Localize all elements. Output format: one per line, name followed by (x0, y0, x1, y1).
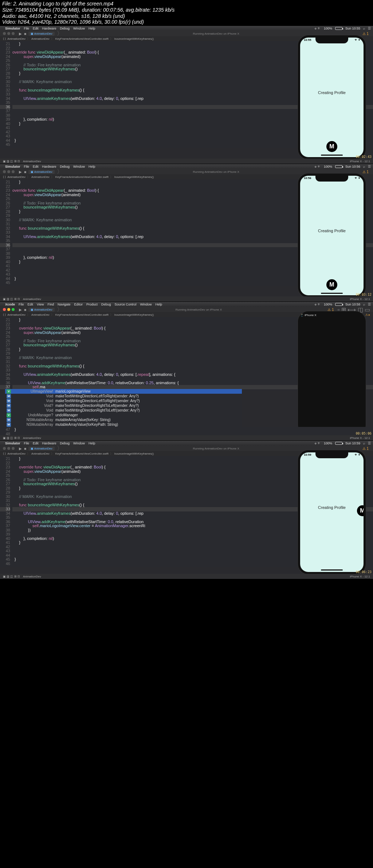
frame-2: Simulator File Edit Hardware Debug Windo… (0, 164, 373, 301)
autocomplete-item[interactable]: MVoid?makeTextWritingDirectionRightToLef… (5, 403, 242, 408)
menubar[interactable]: Simulator File Edit Hardware Debug Windo… (0, 164, 373, 169)
home-indicator[interactable] (321, 155, 343, 156)
autocomplete-item[interactable]: MVoidmakeTextWritingDirectionLeftToRight… (5, 394, 242, 398)
menu-icon[interactable]: ☰ (368, 27, 371, 30)
frame-1: Simulator File Edit Hardware Debug Windo… (0, 26, 373, 164)
run-button[interactable]: ▶ (19, 32, 22, 36)
frame-4: Simulator File Edit Hardware Debug Windo… (0, 440, 373, 579)
stop-button[interactable]: ■ (24, 32, 26, 36)
simulator-phone[interactable]: 10:55ᯤ ▮ Creating Profile M (298, 35, 366, 159)
autocomplete-item[interactable]: MVoidmakeTextWritingDirectionRightToLeft… (5, 408, 242, 413)
autocomplete-item[interactable]: MNSMutableArraymutableArrayValue(forKeyP… (5, 422, 242, 427)
mario-logo: M (326, 279, 337, 290)
autocomplete-item[interactable]: MVoidmakeTextWritingDirectionLeftToRight… (5, 398, 242, 403)
autocomplete-item[interactable]: MNSMutableArraymutableArrayValue(forKey:… (5, 417, 242, 422)
autocomplete-item[interactable]: VUndoManager?undoManager (5, 413, 242, 417)
timecode: 00:02:43 (356, 155, 372, 159)
menubar[interactable]: Simulator File Edit Hardware Debug Windo… (0, 26, 373, 31)
scheme[interactable]: ▣ AnimationDev (28, 32, 55, 36)
frame-3: Xcode File Edit View Find Navigate Edito… (0, 301, 373, 440)
mario-logo: M (326, 141, 337, 152)
simulator-phone[interactable]: 10:56ᯤ ▮ Creating Profile M (298, 174, 366, 297)
autocomplete-item[interactable]: VUIImageView!marioLogoImageView (5, 389, 242, 394)
menubar[interactable]: Simulator File Edit Hardware Debug Windo… (0, 441, 373, 446)
video-info: File: 2. Animating Logo to right of the … (0, 0, 373, 26)
warning-icon[interactable]: ⚠ ▸ (365, 313, 370, 316)
wifi-icon[interactable]: ⊚ ᯤ (315, 27, 321, 30)
autocomplete-popup[interactable]: VUIImageView!marioLogoImageViewMVoidmake… (5, 389, 242, 427)
simulator-phone[interactable]: 10:59ᯤ ▮ Creating Profile M (298, 450, 366, 574)
battery-icon (335, 27, 342, 30)
menubar[interactable]: Xcode File Edit View Find Navigate Edito… (0, 302, 373, 307)
app-name[interactable]: Simulator (5, 27, 20, 30)
search-icon[interactable]: ⌕ (363, 27, 365, 30)
warning-icon[interactable]: ⚠ 1 (362, 32, 369, 36)
bottom-bar: ▣ ▥ ◫ ⊞ ⊡ AnimationDev iPhone X - 12.1 (0, 159, 373, 164)
